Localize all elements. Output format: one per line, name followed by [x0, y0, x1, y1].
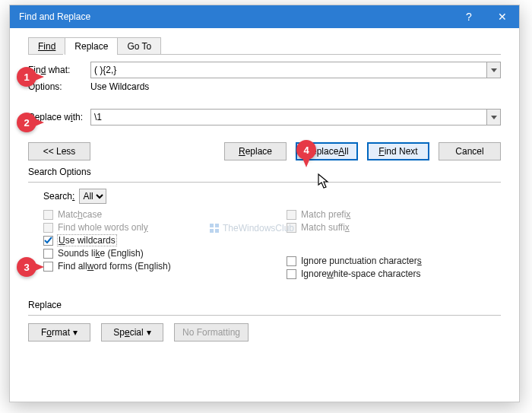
sounds-like-checkbox[interactable]: Sounds like (English) — [43, 248, 287, 259]
cursor-icon — [318, 173, 331, 190]
annotation-2: 2 — [17, 113, 36, 132]
search-options-header: Search Options — [28, 167, 91, 177]
match-case-checkbox: Match case — [43, 209, 287, 220]
chevron-down-icon — [491, 68, 497, 72]
no-formatting-button: No Formatting — [174, 323, 249, 342]
help-button[interactable]: ? — [452, 5, 486, 28]
svg-rect-1 — [215, 224, 219, 227]
search-direction-label: Search: — [43, 191, 74, 202]
find-next-button[interactable]: Find Next — [367, 142, 429, 160]
dialog-window: Find and Replace ? ✕ Find Replace Go To … — [9, 5, 520, 402]
word-forms-checkbox[interactable]: Find all word forms (English) — [43, 261, 287, 272]
options-value: Use Wildcards — [90, 81, 149, 92]
watermark: TheWindowsClub — [209, 223, 294, 234]
find-what-input[interactable] — [90, 62, 487, 78]
replace-section-header: Replace — [28, 300, 62, 310]
format-button[interactable]: Format▾ — [28, 323, 90, 342]
match-suffix-checkbox: Match suffix — [287, 222, 508, 233]
svg-rect-3 — [215, 229, 219, 233]
annotation-1: 1 — [17, 67, 36, 87]
search-direction-select[interactable]: All — [79, 189, 106, 204]
chevron-down-icon — [491, 116, 497, 119]
annotation-4: 4 — [296, 140, 316, 160]
annotation-3: 3 — [17, 257, 36, 277]
close-button[interactable]: ✕ — [486, 5, 519, 28]
less-button[interactable]: << Less — [28, 142, 90, 160]
window-title: Find and Replace — [19, 11, 90, 22]
replace-with-dropdown[interactable] — [487, 109, 501, 125]
ignore-punctuation-checkbox[interactable]: Ignore punctuation characters — [287, 256, 508, 266]
find-what-dropdown[interactable] — [487, 62, 501, 78]
tab-strip: Find Replace Go To — [28, 37, 508, 55]
tab-goto[interactable]: Go To — [117, 37, 161, 55]
replace-with-input[interactable] — [90, 109, 487, 125]
replace-button[interactable]: Replace — [224, 142, 287, 160]
options-label: Options: — [28, 81, 90, 92]
special-button[interactable]: Special▾ — [101, 323, 163, 342]
ignore-whitespace-checkbox[interactable]: Ignore white-space characters — [287, 268, 508, 279]
tab-replace[interactable]: Replace — [65, 37, 118, 55]
cancel-button[interactable]: Cancel — [439, 142, 501, 160]
use-wildcards-checkbox[interactable]: Use wildcards — [43, 235, 287, 246]
svg-rect-0 — [210, 224, 214, 227]
tab-find[interactable]: Find — [28, 37, 65, 55]
titlebar: Find and Replace ? ✕ — [10, 5, 519, 28]
svg-rect-2 — [210, 229, 214, 233]
match-prefix-checkbox: Match prefix — [287, 209, 508, 220]
